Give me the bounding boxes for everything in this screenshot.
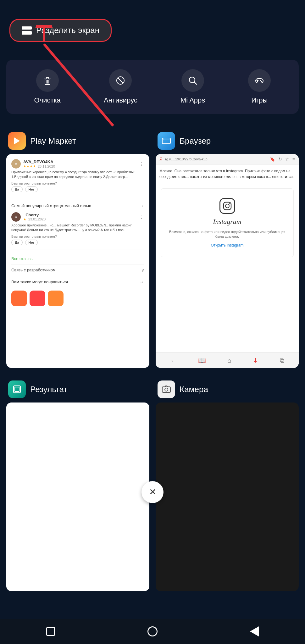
quick-action-antivirus[interactable]: Антивирус <box>104 69 137 104</box>
reviewer-2-name: _Cherry_ <box>23 213 46 217</box>
home-icon[interactable]: ⌂ <box>227 357 231 364</box>
quick-action-miapps[interactable]: Mi Apps <box>180 69 205 104</box>
instagram-text: Instagram <box>213 218 241 226</box>
suggested-app-1-icon[interactable] <box>11 291 27 306</box>
back-button[interactable] <box>250 626 259 636</box>
avatar-1: А <box>11 159 21 169</box>
square-icon <box>46 627 55 636</box>
split-screen-container: Разделить экран <box>9 19 112 42</box>
rezultat-header: Результат <box>6 380 149 398</box>
stars-1: ★★★★ <box>23 164 36 168</box>
camera-name: Камера <box>180 385 208 394</box>
quick-action-clean[interactable]: Очистка <box>34 69 61 104</box>
quick-action-games[interactable]: Игры <box>248 69 271 104</box>
svg-marker-20 <box>14 137 20 144</box>
also-like-arrow-icon: → <box>139 279 144 285</box>
browser-icon <box>158 132 175 150</box>
svg-point-18 <box>260 80 261 81</box>
camera-icon <box>158 380 175 398</box>
antivirus-label: Антивирус <box>104 96 137 104</box>
tabs-icon[interactable]: ⧉ <box>280 357 284 364</box>
camera-screenshot[interactable] <box>156 402 299 591</box>
svg-line-12 <box>118 78 123 83</box>
rezultat-icon <box>8 380 26 398</box>
all-reviews-link[interactable]: Все отзывы <box>11 253 144 264</box>
suggested-apps-row <box>11 288 144 306</box>
menu-dots-2[interactable]: ⋮ <box>139 214 144 220</box>
review-2: Ч _Cherry_ ★ 23.01.2020 ⋮ Хорошее прил <box>11 212 144 249</box>
split-screen-button[interactable]: Разделить экран <box>9 19 112 42</box>
camera-card[interactable]: Камера <box>156 380 299 591</box>
review-1: А AVA_DEVO4KA ★★★★ 26.11.2020 ⋮ Прилож <box>11 159 144 196</box>
suggested-app-2-icon[interactable] <box>30 291 45 306</box>
app-cards-section: Play Маркет А AVA_DEVO4KA ★★★★ 26.11.202… <box>6 132 299 368</box>
contact-developer-row[interactable]: Связь с разработчиком ∨ <box>11 264 144 276</box>
suggested-app-3-icon[interactable] <box>48 291 64 306</box>
browser-error-text: Возможно, ссылка на фото или видео недей… <box>167 230 287 239</box>
search-icon <box>187 75 198 86</box>
no-btn-1[interactable]: Нет <box>25 186 38 192</box>
popular-arrow-icon: → <box>139 203 144 209</box>
star-icon[interactable]: ☆ <box>285 157 289 162</box>
yandex-logo: Я <box>159 157 163 162</box>
play-market-icon <box>8 132 26 150</box>
svg-point-25 <box>225 204 229 208</box>
svg-rect-29 <box>162 387 170 392</box>
miapps-icon-bg <box>181 69 204 92</box>
instagram-embed-area: Instagram Возможно, ссылка на фото или в… <box>161 188 294 257</box>
browser-name: Браузер <box>180 136 211 146</box>
instagram-icon <box>219 198 235 214</box>
svg-line-14 <box>194 82 197 84</box>
open-instagram-link[interactable]: Открыть Instagram <box>211 243 244 247</box>
download-icon[interactable]: ⬇ <box>253 357 258 364</box>
navigation-bar <box>0 619 305 644</box>
popular-label: Самый популярный отрицательный отзыв <box>11 203 91 208</box>
review-1-text: Приложение хорошее,но почему 4 звезды??д… <box>11 170 144 180</box>
browser-text-content: Москве. Она рассказала только что в Inst… <box>156 164 299 183</box>
close-button-overlay[interactable]: ✕ <box>141 481 164 503</box>
close-icon: ✕ <box>149 488 156 497</box>
shield-ban-icon <box>115 75 126 86</box>
circle-icon <box>147 626 158 636</box>
popular-review-row[interactable]: Самый популярный отрицательный отзыв → <box>11 200 144 212</box>
play-market-card[interactable]: Play Маркет А AVA_DEVO4KA ★★★★ 26.11.202… <box>6 132 149 368</box>
gamepad-icon <box>254 75 265 86</box>
browser-toolbar-icons: 🔖 ↻ ☆ ≡ <box>270 157 295 162</box>
menu-icon[interactable]: ≡ <box>292 157 295 162</box>
browser-url-bar[interactable]: rg.ru...19/10/22/buzova-kup <box>165 157 267 161</box>
rezultat-card[interactable]: Результат <box>6 380 149 591</box>
bookmark-icon[interactable]: 🔖 <box>270 157 275 162</box>
date-1: 26.11.2020 <box>38 164 55 168</box>
rezultat-screenshot[interactable] <box>6 402 149 591</box>
also-like-row[interactable]: Вам также могут понравиться... → <box>11 276 144 288</box>
menu-dots-1[interactable]: ⋮ <box>139 161 144 167</box>
trash-icon <box>42 75 53 86</box>
yes-btn-2[interactable]: Да <box>11 240 23 245</box>
play-market-header: Play Маркет <box>6 132 149 150</box>
refresh-icon[interactable]: ↻ <box>278 157 282 162</box>
recent-apps-button[interactable] <box>46 627 55 636</box>
home-button[interactable] <box>147 626 158 636</box>
browser-card[interactable]: Браузер Я rg.ru...19/10/22/buzova-kup 🔖 … <box>156 132 299 368</box>
svg-point-30 <box>165 388 168 391</box>
no-btn-2[interactable]: Нет <box>25 240 38 245</box>
bookmarks-icon[interactable]: 📖 <box>198 357 206 364</box>
yes-btn-1[interactable]: Да <box>11 186 23 192</box>
svg-rect-28 <box>15 387 19 391</box>
browser-toolbar: Я rg.ru...19/10/22/buzova-kup 🔖 ↻ ☆ ≡ <box>156 154 299 164</box>
svg-point-19 <box>261 81 262 82</box>
back-icon[interactable]: ← <box>170 357 176 364</box>
reviewer-1-name: AVA_DEVO4KA <box>23 159 55 164</box>
games-label: Игры <box>251 96 268 104</box>
helpful-2-btns: Да Нет <box>11 240 144 245</box>
svg-rect-24 <box>224 202 231 210</box>
browser-screenshot[interactable]: Я rg.ru...19/10/22/buzova-kup 🔖 ↻ ☆ ≡ Мо… <box>156 154 299 368</box>
triangle-icon <box>250 626 259 636</box>
clean-label: Очистка <box>34 96 61 104</box>
date-2: 23.01.2020 <box>28 217 46 221</box>
helpful-1-btns: Да Нет <box>11 186 144 192</box>
play-market-screenshot[interactable]: А AVA_DEVO4KA ★★★★ 26.11.2020 ⋮ Прилож <box>6 154 149 368</box>
browser-bottom-nav: ← 📖 ⌂ ⬇ ⧉ <box>156 353 299 368</box>
svg-point-23 <box>164 139 164 140</box>
svg-point-26 <box>229 203 230 204</box>
